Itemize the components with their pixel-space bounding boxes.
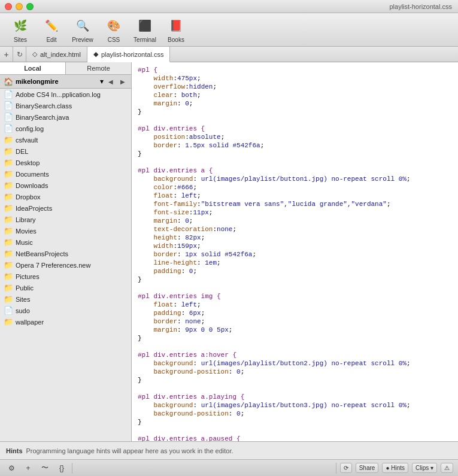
- tab-alt-index[interactable]: ◇ alt_index.html: [26, 47, 87, 62]
- code-line: font-family:"bitstream vera sans","lucid…: [138, 200, 452, 208]
- code-line: background: url(images/playlist/button3.…: [138, 401, 452, 410]
- sidebar-back-button[interactable]: ◀: [106, 77, 116, 86]
- sidebar-item-config[interactable]: 📄 config.log: [0, 123, 131, 134]
- warning-button[interactable]: ⚠: [441, 463, 453, 473]
- sidebar-item-label: Public: [16, 284, 34, 292]
- sidebar-item-wallpaper[interactable]: 📁 wallpaper: [0, 316, 131, 328]
- terminal-icon: ⬛: [135, 16, 154, 35]
- folder-icon: 📁: [4, 295, 13, 304]
- edit-icon: ✏️: [42, 16, 61, 35]
- minimize-button[interactable]: [16, 3, 23, 10]
- toolbar-preview-button[interactable]: 🔍 Preview: [69, 16, 96, 43]
- braces-icon-button[interactable]: {}: [55, 462, 68, 474]
- hints-button[interactable]: ● Hints: [382, 463, 408, 473]
- sync-button[interactable]: ⟳: [340, 463, 352, 473]
- clips-button[interactable]: Clips ▾: [412, 463, 437, 473]
- code-content[interactable]: #pl { width:475px; overflow:hidden; clea…: [132, 62, 458, 441]
- bottom-divider-left: [72, 463, 72, 474]
- file-icon: 📄: [4, 306, 13, 315]
- html-file-icon: ◇: [32, 50, 37, 58]
- sidebar-item-netbeansprojects[interactable]: 📁 NetBeansProjects: [0, 248, 131, 259]
- add-icon-button[interactable]: +: [22, 462, 35, 474]
- toolbar-terminal-button[interactable]: ⬛ Terminal: [132, 16, 158, 43]
- toolbar-edit-button[interactable]: ✏️ Edit: [38, 16, 65, 43]
- sidebar-item-adobe[interactable]: 📄 Adobe CS4 In...pplication.log: [0, 89, 131, 100]
- sidebar-item-sites[interactable]: 📁 Sites: [0, 293, 131, 305]
- hints-bar: Hints Programming language hints will ap…: [0, 441, 458, 459]
- folder-icon: 📁: [4, 283, 13, 292]
- sidebar-item-pictures[interactable]: 📁 Pictures: [0, 271, 131, 282]
- sidebar-item-sudo[interactable]: 📄 sudo: [0, 305, 131, 316]
- tab-bar: + ↻ ◇ alt_index.html ◆ playlist-horizont…: [0, 47, 458, 62]
- code-line: #pl {: [138, 66, 452, 74]
- code-line: float: left;: [138, 192, 452, 200]
- code-line: width:475px;: [138, 74, 452, 83]
- code-line: }: [138, 376, 452, 384]
- sidebar-item-label: BinarySearch.java: [16, 114, 69, 121]
- sidebar-item-opera[interactable]: 📁 Opera 7 Preferences.new: [0, 259, 131, 271]
- folder-icon: 📁: [4, 317, 13, 326]
- code-line: padding: 6px;: [138, 309, 452, 317]
- settings-icon-button[interactable]: ⚙: [5, 462, 18, 474]
- sidebar-item-label: Desktop: [16, 159, 40, 166]
- hints-label: Hints: [6, 447, 23, 454]
- code-line: float: left;: [138, 301, 452, 309]
- sidebar-item-library[interactable]: 📁 Library: [0, 214, 131, 225]
- toolbar-books-button[interactable]: 📕 Books: [163, 16, 189, 43]
- sidebar-item-csfvault[interactable]: 📁 csfvault: [0, 134, 131, 145]
- sidebar-header-label: mikelongmire: [16, 78, 98, 85]
- add-tab-button[interactable]: +: [0, 47, 13, 62]
- sidebar-item-del[interactable]: 📁 DEL: [0, 145, 131, 157]
- sites-label: Sites: [14, 37, 27, 43]
- window-title: playlist-horizontal.css: [389, 3, 452, 10]
- toolbar-css-button[interactable]: 🎨 CSS: [101, 16, 127, 43]
- sidebar-item-binarysearch-class[interactable]: 📄 BinarySearch.class: [0, 100, 131, 111]
- sidebar-item-dropbox[interactable]: 📁 Dropbox: [0, 191, 131, 202]
- sidebar-item-label: Music: [16, 239, 33, 246]
- sidebar-item-downloads[interactable]: 📁 Downloads: [0, 180, 131, 191]
- code-line: #pl div.entries {: [138, 125, 452, 133]
- sidebar-item-public[interactable]: 📁 Public: [0, 282, 131, 293]
- sidebar-item-documents[interactable]: 📁 Documents: [0, 168, 131, 180]
- sidebar-item-label: Sites: [16, 296, 30, 303]
- main-content: Local Remote 🏠 mikelongmire ▾ ◀ ▶ 📄 Adob…: [0, 62, 458, 441]
- tab-playlist-css[interactable]: ◆ playlist-horizontal.css: [87, 47, 171, 62]
- refresh-button[interactable]: ↻: [13, 47, 26, 62]
- code-line: #pl div.entries a.paused {: [138, 435, 452, 441]
- code-line: }: [138, 418, 452, 426]
- sidebar-tab-local[interactable]: Local: [0, 62, 66, 74]
- wave-icon-button[interactable]: 〜: [38, 462, 51, 474]
- sidebar-item-movies[interactable]: 📁 Movies: [0, 225, 131, 237]
- books-icon: 📕: [166, 16, 186, 35]
- sidebar-item-binarysearch-java[interactable]: 📄 BinarySearch.java: [0, 111, 131, 123]
- folder-icon: 📁: [4, 272, 13, 281]
- sidebar: Local Remote 🏠 mikelongmire ▾ ◀ ▶ 📄 Adob…: [0, 62, 132, 441]
- preview-label: Preview: [72, 37, 93, 43]
- code-line: line-height: 1em;: [138, 259, 452, 267]
- sidebar-forward-button[interactable]: ▶: [118, 77, 128, 86]
- sidebar-item-label: IdeaProjects: [16, 205, 52, 212]
- folder-icon: 📁: [4, 215, 13, 224]
- sidebar-item-label: Library: [16, 216, 36, 223]
- toolbar: 🌿 Sites ✏️ Edit 🔍 Preview 🎨 CSS ⬛ Termin…: [0, 13, 458, 47]
- maximize-button[interactable]: [26, 3, 34, 10]
- close-button[interactable]: [5, 3, 12, 10]
- file-icon: 📄: [4, 113, 13, 122]
- sidebar-item-label: Adobe CS4 In...pplication.log: [16, 91, 101, 98]
- code-line: #pl div.entries a:hover {: [138, 351, 452, 359]
- toolbar-sites-button[interactable]: 🌿 Sites: [7, 16, 34, 43]
- code-line: margin: 9px 0 0 5px;: [138, 326, 452, 334]
- books-label: Books: [168, 37, 184, 43]
- home-folder-icon: 🏠: [4, 77, 13, 86]
- tab-alt-index-label: alt_index.html: [40, 51, 81, 58]
- code-line: }: [138, 275, 452, 284]
- folder-icon: 📁: [4, 147, 13, 156]
- folder-icon: 📁: [4, 192, 13, 201]
- sidebar-item-music[interactable]: 📁 Music: [0, 237, 131, 248]
- share-button[interactable]: Share: [356, 463, 379, 473]
- sidebar-item-desktop[interactable]: 📁 Desktop: [0, 157, 131, 168]
- code-line: [138, 342, 452, 351]
- sidebar-tab-remote[interactable]: Remote: [66, 62, 131, 74]
- sidebar-item-ideaprojects[interactable]: 📁 IdeaProjects: [0, 202, 131, 214]
- code-line: [138, 384, 452, 393]
